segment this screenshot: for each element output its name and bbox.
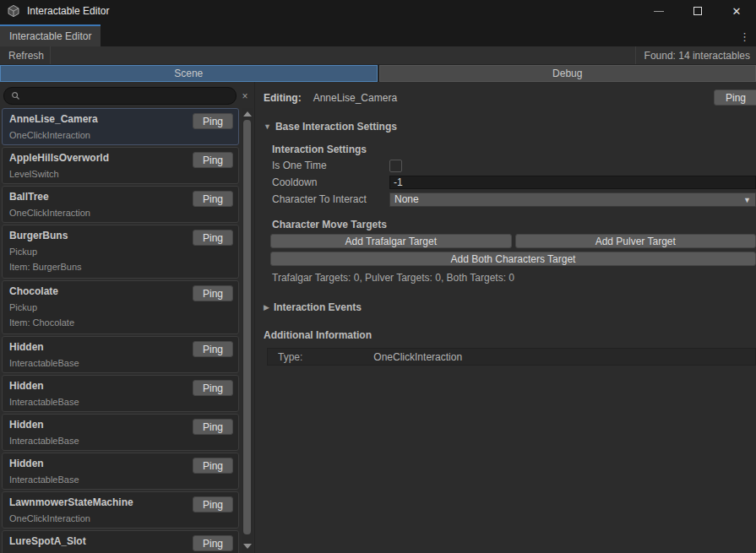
interactable-list: AnneLise_Camera OneClickInteraction Ping… <box>2 108 239 553</box>
item-subtitle: InteractableBase <box>9 474 231 485</box>
item-ping-button[interactable]: Ping <box>193 113 233 129</box>
list-item[interactable]: Hidden InteractableBase Ping <box>2 414 239 451</box>
main-content: × AnneLise_Camera OneClickInteraction Pi… <box>0 82 756 553</box>
interaction-settings-header: Interaction Settings <box>272 144 756 155</box>
item-subtitle: Pickup <box>9 302 231 313</box>
foldout-open-icon: ▼ <box>264 122 271 131</box>
item-details: InteractableBase <box>9 397 231 408</box>
list-item[interactable]: Hidden InteractableBase Ping <box>2 336 239 373</box>
interactable-list-panel: × AnneLise_Camera OneClickInteraction Pi… <box>0 82 255 553</box>
target-buttons-row: Add Trafalgar Target Add Pulver Target <box>270 234 756 248</box>
foldout-closed-icon: ▶ <box>264 303 269 312</box>
type-label: Type: <box>278 351 302 363</box>
list-item[interactable]: Hidden InteractableBase Ping <box>2 453 239 490</box>
list-item[interactable]: AppleHillsOverworld LevelSwitch Ping <box>2 147 239 184</box>
search-row: × <box>3 87 252 105</box>
item-ping-button[interactable]: Ping <box>193 458 233 474</box>
item-subtitle: InteractableBase <box>9 436 231 447</box>
search-input[interactable] <box>4 90 236 102</box>
item-subtitle: OneClickInteraction <box>9 208 231 219</box>
character-dropdown-value: None <box>394 193 419 205</box>
minimize-button[interactable] <box>639 0 678 22</box>
editing-value: AnneLise_Camera <box>313 92 397 104</box>
editor-tab-bar: Interactable Editor ⋮ <box>0 22 756 46</box>
maximize-button[interactable] <box>678 0 717 22</box>
interaction-events-label: Interaction Events <box>274 301 362 313</box>
cooldown-label: Cooldown <box>272 176 389 188</box>
list-item[interactable]: BurgerBuns PickupItem: BurgerBuns Ping <box>2 225 239 279</box>
inspector-ping-button[interactable]: Ping <box>714 89 756 106</box>
item-ping-button[interactable]: Ping <box>193 341 233 357</box>
tab-scene-label: Scene <box>174 68 203 79</box>
item-details: PickupItem: Chocolate <box>9 302 231 328</box>
search-clear-button[interactable]: × <box>238 88 252 105</box>
refresh-button[interactable]: Refresh <box>0 46 51 64</box>
item-subtitle: OneClickInteraction <box>9 130 231 141</box>
item-subtitle: Item: BurgerBuns <box>9 262 231 273</box>
found-count-label: Found: 14 interactables <box>645 50 750 62</box>
base-settings-foldout[interactable]: ▼ Base Interaction Settings <box>264 121 756 133</box>
item-subtitle: Pickup <box>9 247 231 258</box>
found-count: Found: 14 interactables <box>635 46 756 64</box>
add-pulver-target-button[interactable]: Add Pulver Target <box>515 234 756 248</box>
search-box <box>3 87 237 105</box>
is-one-time-checkbox[interactable] <box>389 160 402 172</box>
both-target-button-row: Add Both Characters Target <box>270 252 756 266</box>
list-item[interactable]: AnneLise_Camera OneClickInteraction Ping <box>2 108 239 145</box>
close-button[interactable]: ✕ <box>717 0 756 22</box>
item-details: OneClickInteraction <box>9 208 231 219</box>
cooldown-input[interactable] <box>389 176 756 189</box>
item-ping-button[interactable]: Ping <box>193 230 233 246</box>
minimize-icon <box>654 11 664 12</box>
item-ping-button[interactable]: Ping <box>193 535 233 551</box>
maximize-icon <box>693 7 702 15</box>
title-bar: Interactable Editor ✕ <box>0 0 756 22</box>
toolbar: Refresh Found: 14 interactables <box>0 46 756 65</box>
editing-row: Editing: AnneLise_Camera Ping <box>264 89 756 107</box>
chevron-down-icon: ▼ <box>743 196 751 204</box>
item-subtitle: Item: Chocolate <box>9 317 231 328</box>
item-ping-button[interactable]: Ping <box>193 419 233 435</box>
list-item[interactable]: LawnmowerStateMachine OneClickInteractio… <box>2 491 239 529</box>
add-trafalgar-target-button[interactable]: Add Trafalgar Target <box>270 234 512 248</box>
editing-label: Editing: <box>264 92 302 104</box>
character-dropdown[interactable]: None ▼ <box>389 192 756 207</box>
is-one-time-row: Is One Time <box>272 157 756 174</box>
tab-scene[interactable]: Scene <box>0 65 378 82</box>
add-both-targets-button[interactable]: Add Both Characters Target <box>270 252 756 266</box>
character-label: Character To Interact <box>272 193 389 205</box>
list-item[interactable]: Chocolate PickupItem: Chocolate Ping <box>2 280 239 334</box>
window-controls: ✕ <box>639 0 756 22</box>
kebab-menu-icon[interactable]: ⋮ <box>739 30 756 46</box>
move-targets-header: Character Move Targets <box>272 219 756 230</box>
item-details: InteractableBase <box>9 358 231 369</box>
interaction-events-foldout[interactable]: ▶ Interaction Events <box>264 301 756 313</box>
list-item[interactable]: Hidden InteractableBase Ping <box>2 375 239 412</box>
item-subtitle: OneClickInteraction <box>9 513 231 524</box>
item-ping-button[interactable]: Ping <box>193 496 233 512</box>
is-one-time-label: Is One Time <box>272 160 389 171</box>
item-subtitle: InteractableBase <box>9 397 231 408</box>
tab-label: Interactable Editor <box>9 30 91 42</box>
cooldown-row: Cooldown <box>272 174 756 191</box>
window-title: Interactable Editor <box>27 5 109 17</box>
scrollbar-thumb[interactable] <box>243 120 251 534</box>
list-item[interactable]: LureSpotA_Slot OneClickInteraction Ping <box>2 530 239 553</box>
item-details: InteractableBase <box>9 474 231 485</box>
tab-debug-label: Debug <box>552 68 582 79</box>
tab-debug[interactable]: Debug <box>379 65 756 82</box>
item-ping-button[interactable]: Ping <box>193 191 233 207</box>
item-ping-button[interactable]: Ping <box>193 285 233 301</box>
refresh-label: Refresh <box>8 50 44 62</box>
item-ping-button[interactable]: Ping <box>193 152 233 168</box>
additional-information-header: Additional Information <box>264 329 756 341</box>
scroll-down-icon[interactable] <box>243 544 252 549</box>
tab-interactable-editor[interactable]: Interactable Editor <box>0 24 101 46</box>
item-ping-button[interactable]: Ping <box>193 380 233 396</box>
list-item[interactable]: BallTree OneClickInteraction Ping <box>2 186 239 223</box>
list-scrollbar[interactable] <box>242 108 253 553</box>
item-details: PickupItem: BurgerBuns <box>9 247 231 273</box>
search-icon <box>11 91 20 103</box>
scroll-up-icon[interactable] <box>243 111 252 117</box>
item-details: LevelSwitch <box>9 169 231 180</box>
